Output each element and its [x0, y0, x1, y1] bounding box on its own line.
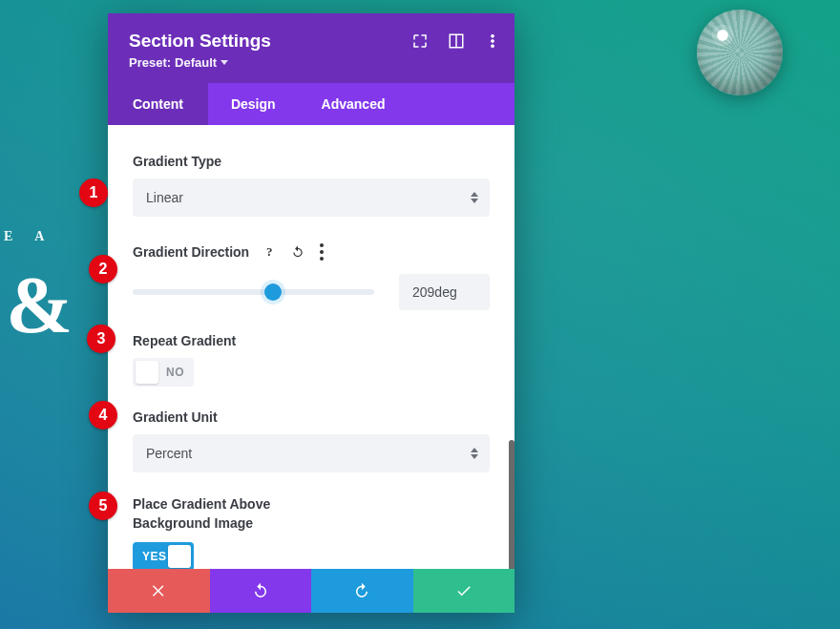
- kebab-menu-icon[interactable]: [484, 32, 501, 50]
- help-icon[interactable]: ?: [259, 241, 280, 262]
- close-icon: [150, 582, 167, 599]
- select-gradient-type-value: Linear: [146, 190, 183, 205]
- panel-body: Gradient Type Linear Gradient Direction …: [108, 125, 514, 569]
- select-gradient-type[interactable]: Linear: [133, 178, 490, 217]
- bg-headline: l &: [0, 263, 74, 347]
- field-gradient-direction: Gradient Direction ? 209deg: [133, 240, 490, 310]
- tab-advanced[interactable]: Advanced: [299, 83, 409, 125]
- label-place-above-line2: Background Image: [133, 514, 490, 534]
- scrollbar-thumb[interactable]: [509, 440, 514, 569]
- slider-track: [133, 289, 374, 295]
- label-gradient-direction: Gradient Direction ?: [133, 240, 490, 264]
- kebab-menu-icon[interactable]: [316, 240, 327, 264]
- svg-point-2: [492, 34, 494, 37]
- header-actions: [411, 32, 501, 50]
- field-gradient-type: Gradient Type Linear: [133, 154, 490, 217]
- select-gradient-unit-value: Percent: [146, 446, 192, 461]
- tab-content[interactable]: Content: [108, 83, 208, 125]
- label-gradient-direction-text: Gradient Direction: [133, 244, 249, 260]
- check-icon: [455, 582, 472, 599]
- reset-icon[interactable]: [287, 241, 308, 262]
- select-gradient-unit[interactable]: Percent: [133, 434, 490, 472]
- field-place-above: Place Gradient Above Background Image YE…: [133, 495, 490, 569]
- slider-gradient-direction[interactable]: [133, 283, 374, 302]
- field-repeat-gradient: Repeat Gradient NO: [133, 333, 490, 387]
- column-layout-icon[interactable]: [448, 32, 465, 50]
- label-repeat-gradient: Repeat Gradient: [133, 333, 490, 348]
- select-arrows-icon: [471, 448, 478, 459]
- tab-design[interactable]: Design: [208, 83, 299, 125]
- save-button[interactable]: [413, 569, 515, 613]
- preset-prefix: Preset:: [129, 55, 171, 70]
- svg-point-3: [492, 40, 494, 43]
- input-gradient-direction[interactable]: 209deg: [399, 274, 490, 310]
- bg-decoration: [697, 10, 783, 95]
- expand-icon[interactable]: [411, 32, 429, 50]
- undo-button[interactable]: [210, 569, 312, 613]
- slider-thumb[interactable]: [264, 283, 282, 301]
- preset-value: Default: [175, 55, 217, 70]
- input-gradient-direction-value: 209deg: [412, 284, 457, 300]
- redo-icon: [353, 582, 370, 599]
- caret-down-icon: [220, 60, 228, 65]
- cancel-button[interactable]: [108, 569, 210, 613]
- annotation-4: 4: [89, 401, 117, 430]
- annotation-2: 2: [89, 255, 117, 283]
- settings-panel: Section Settings Preset: Default Content…: [108, 13, 514, 613]
- bg-tagline: OME A: [0, 229, 74, 244]
- bg-hero-text: OME A l &: [0, 229, 74, 347]
- label-gradient-unit: Gradient Unit: [133, 409, 490, 425]
- panel-header: Section Settings Preset: Default: [108, 13, 514, 83]
- svg-point-4: [492, 45, 494, 48]
- tab-bar: Content Design Advanced: [108, 83, 514, 125]
- undo-icon: [252, 582, 269, 599]
- annotation-1: 1: [79, 178, 108, 207]
- toggle-place-above[interactable]: YES: [133, 542, 194, 569]
- annotation-5: 5: [89, 492, 117, 520]
- field-gradient-unit: Gradient Unit Percent: [133, 409, 490, 472]
- select-arrows-icon: [471, 192, 478, 203]
- preset-selector[interactable]: Preset: Default: [129, 55, 494, 70]
- toggle-place-above-state: YES: [142, 550, 167, 563]
- redo-button[interactable]: [311, 569, 413, 613]
- toggle-knob: [136, 361, 158, 384]
- toggle-repeat-gradient-state: NO: [166, 366, 184, 379]
- toggle-repeat-gradient[interactable]: NO: [133, 358, 194, 387]
- label-gradient-type: Gradient Type: [133, 154, 490, 169]
- panel-footer: [108, 569, 514, 613]
- label-place-above-line1: Place Gradient Above: [133, 495, 490, 514]
- annotation-3: 3: [87, 325, 116, 353]
- toggle-knob: [168, 545, 191, 568]
- label-place-above: Place Gradient Above Background Image: [133, 495, 490, 533]
